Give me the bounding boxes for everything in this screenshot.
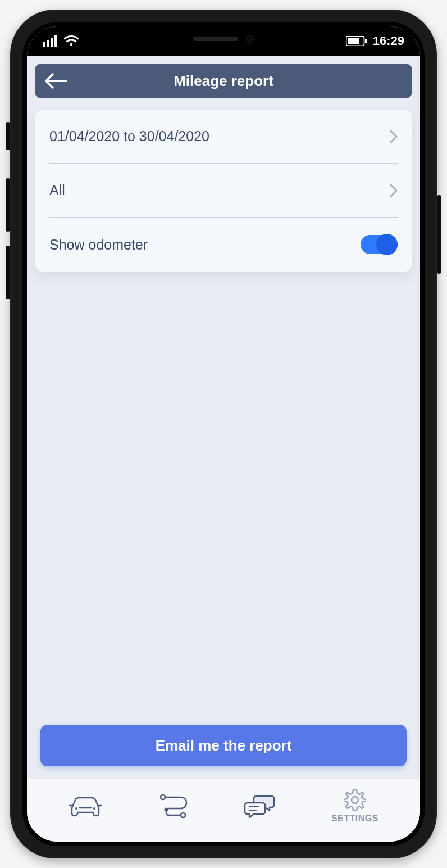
tab-routes[interactable] — [158, 794, 188, 819]
battery-icon — [346, 36, 367, 46]
svg-rect-2 — [51, 38, 53, 47]
filter-label: All — [49, 182, 65, 198]
svg-rect-1 — [47, 40, 49, 47]
page-title: Mileage report — [45, 73, 402, 90]
email-report-button[interactable]: Email me the report — [40, 725, 407, 766]
chat-icon — [244, 794, 275, 819]
status-time: 16:29 — [373, 34, 404, 48]
odometer-label: Show odometer — [49, 237, 148, 253]
car-icon — [69, 794, 102, 818]
svg-rect-0 — [43, 42, 45, 47]
odometer-toggle[interactable] — [361, 235, 398, 254]
svg-point-4 — [70, 43, 73, 46]
tab-settings[interactable]: SETTINGS — [331, 789, 378, 824]
odometer-row: Show odometer — [49, 218, 398, 272]
route-icon — [158, 794, 188, 819]
date-range-row[interactable]: 01/04/2020 to 30/04/2020 — [49, 110, 398, 164]
signal-icon — [43, 35, 58, 47]
date-range-label: 01/04/2020 to 30/04/2020 — [49, 128, 209, 144]
chevron-right-icon — [390, 130, 398, 143]
gear-icon — [344, 789, 366, 811]
app-header: Mileage report — [35, 64, 412, 98]
arrow-left-icon — [45, 73, 67, 89]
svg-point-10 — [93, 807, 95, 810]
tab-vehicle[interactable] — [69, 794, 102, 818]
tab-settings-label: SETTINGS — [331, 813, 378, 824]
tab-bar: SETTINGS — [27, 779, 420, 842]
svg-point-18 — [352, 797, 358, 803]
wifi-icon — [64, 35, 79, 47]
back-button[interactable] — [45, 73, 67, 89]
tab-messages[interactable] — [244, 794, 275, 819]
svg-rect-3 — [54, 35, 57, 47]
svg-rect-6 — [365, 39, 367, 43]
options-card: 01/04/2020 to 30/04/2020 All Show odomet… — [35, 110, 412, 272]
svg-point-15 — [164, 808, 168, 812]
filter-row[interactable]: All — [49, 164, 398, 218]
svg-rect-7 — [348, 38, 359, 44]
chevron-right-icon — [390, 184, 398, 197]
svg-point-9 — [75, 807, 77, 810]
